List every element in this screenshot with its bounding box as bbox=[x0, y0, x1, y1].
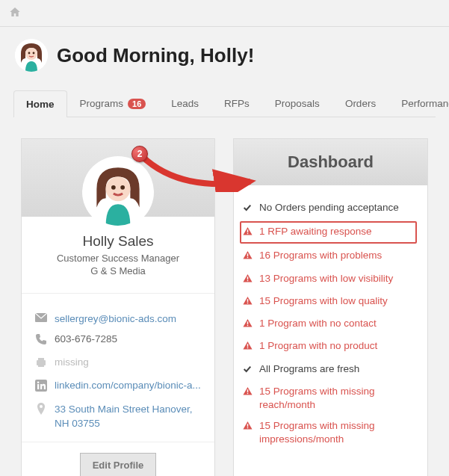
dashboard-list: No Orders pending acceptance1 RFP awaiti… bbox=[234, 185, 427, 464]
dashboard-item[interactable]: 16 Programs with problems bbox=[243, 245, 414, 268]
map-pin-icon bbox=[35, 403, 47, 417]
svg-point-7 bbox=[120, 185, 125, 190]
content: Holly Sales Customer Success Manager G &… bbox=[0, 117, 449, 476]
tab-orders[interactable]: Orders bbox=[332, 90, 388, 117]
contact-list: sellergrey@bionic-ads.com 603-676-7285 m… bbox=[22, 300, 214, 442]
svg-rect-24 bbox=[247, 321, 248, 324]
dashboard-item[interactable]: 15 Programs with missing reach/month bbox=[243, 381, 414, 415]
linkedin-link[interactable]: linkedin.com/company/bionic-a... bbox=[55, 380, 201, 391]
edit-profile-button[interactable]: Edit Profile bbox=[80, 453, 157, 476]
svg-rect-13 bbox=[37, 384, 39, 389]
tab-home[interactable]: Home bbox=[13, 90, 67, 117]
dashboard-item[interactable]: No Orders pending acceptance bbox=[243, 197, 414, 220]
page-header: Good Morning, Holly! bbox=[0, 27, 449, 90]
dashboard-item-text: 15 Programs with low quality bbox=[259, 294, 388, 308]
tab-leads[interactable]: Leads bbox=[158, 90, 211, 117]
svg-rect-22 bbox=[247, 299, 248, 302]
warning-icon bbox=[243, 296, 253, 309]
warning-icon bbox=[243, 318, 253, 332]
dashboard-item-text: No Orders pending acceptance bbox=[259, 201, 399, 214]
dashboard-item[interactable]: 13 Programs with low visibility bbox=[243, 268, 414, 291]
svg-rect-31 bbox=[247, 427, 248, 428]
svg-rect-20 bbox=[247, 276, 248, 279]
svg-point-5 bbox=[106, 177, 131, 202]
email-link[interactable]: sellergrey@bionic-ads.com bbox=[55, 313, 201, 324]
profile-card: Holly Sales Customer Success Manager G &… bbox=[21, 138, 215, 476]
svg-point-14 bbox=[37, 382, 40, 384]
profile-header bbox=[22, 139, 214, 217]
svg-point-1 bbox=[25, 48, 37, 60]
home-icon[interactable] bbox=[9, 8, 21, 20]
dashboard-item[interactable]: 15 Programs with missing impressions/mon… bbox=[243, 415, 414, 450]
dashboard-item-text: 1 RFP awaiting response bbox=[259, 225, 372, 238]
svg-rect-17 bbox=[247, 233, 248, 234]
svg-point-15 bbox=[40, 405, 43, 408]
page-title: Good Morning, Holly! bbox=[57, 44, 254, 67]
phone-icon bbox=[35, 333, 47, 347]
card-footer: Edit Profile bbox=[22, 442, 214, 476]
svg-rect-19 bbox=[247, 257, 248, 258]
svg-rect-26 bbox=[247, 344, 248, 347]
tabs: Home Programs16 Leads RFPs Proposals Ord… bbox=[13, 90, 436, 117]
svg-rect-30 bbox=[247, 424, 248, 427]
svg-rect-16 bbox=[247, 229, 248, 232]
envelope-icon bbox=[35, 313, 47, 324]
fax-text: missing bbox=[55, 356, 201, 368]
dashboard-item[interactable]: 1 Program with no contact bbox=[243, 313, 414, 336]
fax-icon bbox=[35, 356, 47, 371]
svg-rect-21 bbox=[247, 279, 248, 280]
warning-icon bbox=[243, 250, 253, 264]
dashboard-item[interactable]: 1 Program with no product bbox=[243, 336, 414, 358]
dashboard-item-text: 15 Programs with missing impressions/mon… bbox=[259, 419, 414, 446]
phone-text: 603-676-7285 bbox=[55, 333, 201, 344]
dashboard-item[interactable]: 1 RFP awaiting response bbox=[240, 221, 417, 244]
svg-rect-10 bbox=[38, 358, 44, 361]
svg-rect-11 bbox=[38, 364, 44, 367]
svg-point-2 bbox=[28, 52, 31, 55]
profile-avatar bbox=[84, 158, 152, 226]
divider bbox=[22, 293, 214, 294]
dashboard-item-text: 1 Program with no product bbox=[259, 339, 377, 353]
contact-email: sellergrey@bionic-ads.com bbox=[35, 309, 201, 329]
svg-rect-27 bbox=[247, 347, 248, 348]
tab-performance[interactable]: Performance bbox=[388, 90, 449, 117]
svg-point-6 bbox=[111, 185, 116, 190]
profile-name: Holly Sales bbox=[34, 233, 202, 250]
svg-rect-18 bbox=[247, 254, 248, 257]
svg-point-3 bbox=[33, 52, 35, 55]
profile-org: G & S Media bbox=[34, 265, 202, 276]
svg-rect-25 bbox=[247, 325, 248, 326]
svg-rect-23 bbox=[247, 303, 248, 303]
svg-rect-28 bbox=[247, 389, 248, 392]
dashboard-card: Dashboard No Orders pending acceptance1 … bbox=[233, 138, 428, 476]
dashboard-item-text: 16 Programs with problems bbox=[259, 249, 382, 262]
check-icon bbox=[243, 203, 253, 216]
warning-icon bbox=[243, 273, 253, 287]
dashboard-item-text: 15 Programs with missing reach/month bbox=[259, 385, 414, 412]
address-link[interactable]: 33 South Main Street Hanover, NH 03755 bbox=[55, 403, 201, 431]
dashboard-item[interactable]: All Programs are fresh bbox=[243, 359, 414, 381]
tab-rfps[interactable]: RFPs bbox=[211, 90, 262, 117]
warning-icon bbox=[243, 421, 253, 434]
dashboard-item[interactable]: 15 Programs with low quality bbox=[243, 291, 414, 313]
warning-icon bbox=[243, 226, 253, 240]
avatar bbox=[15, 39, 48, 72]
linkedin-icon bbox=[35, 380, 47, 394]
top-bar bbox=[0, 0, 449, 27]
programs-badge: 16 bbox=[128, 99, 146, 109]
check-icon bbox=[243, 364, 253, 377]
tab-programs[interactable]: Programs16 bbox=[67, 90, 159, 117]
warning-icon bbox=[243, 341, 253, 354]
dashboard-item-text: 13 Programs with low visibility bbox=[259, 272, 393, 285]
dashboard-item-text: 1 Program with no contact bbox=[259, 317, 377, 330]
contact-fax: missing bbox=[35, 352, 201, 375]
contact-linkedin: linkedin.com/company/bionic-a... bbox=[35, 375, 201, 398]
contact-phone: 603-676-7285 bbox=[35, 329, 201, 352]
warning-icon bbox=[243, 386, 253, 400]
svg-rect-29 bbox=[247, 392, 248, 393]
dashboard-item-text: All Programs are fresh bbox=[259, 362, 359, 376]
dashboard-title: Dashboard bbox=[234, 139, 427, 185]
contact-address: 33 South Main Street Hanover, NH 03755 bbox=[35, 398, 201, 436]
profile-role: Customer Success Manager bbox=[34, 253, 202, 264]
tab-proposals[interactable]: Proposals bbox=[262, 90, 332, 117]
